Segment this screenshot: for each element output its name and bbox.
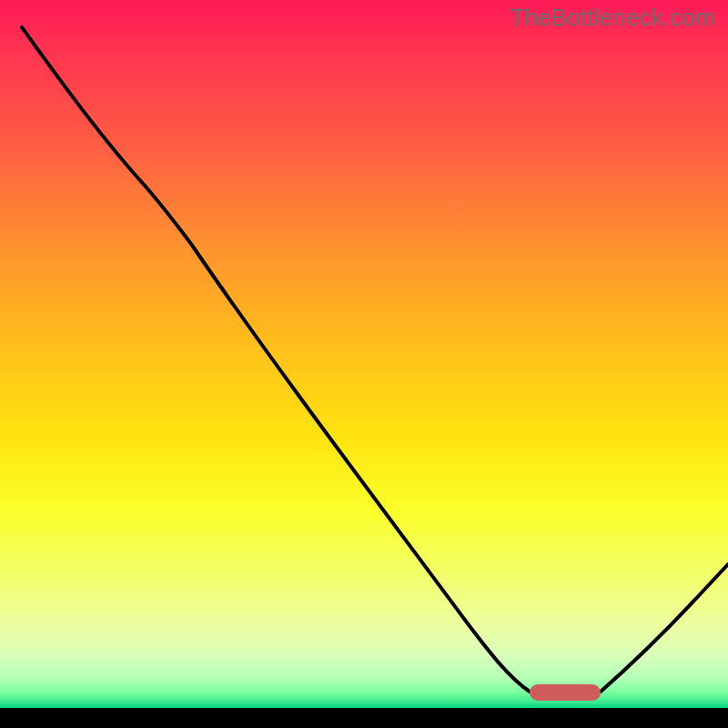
bottleneck-curve-path [22,27,728,692]
optimal-zone-marker [530,684,601,701]
curve-overlay [0,0,728,728]
chart-canvas: TheBottleneck.com [0,0,728,728]
watermark-text: TheBottleneck.com [510,4,715,32]
